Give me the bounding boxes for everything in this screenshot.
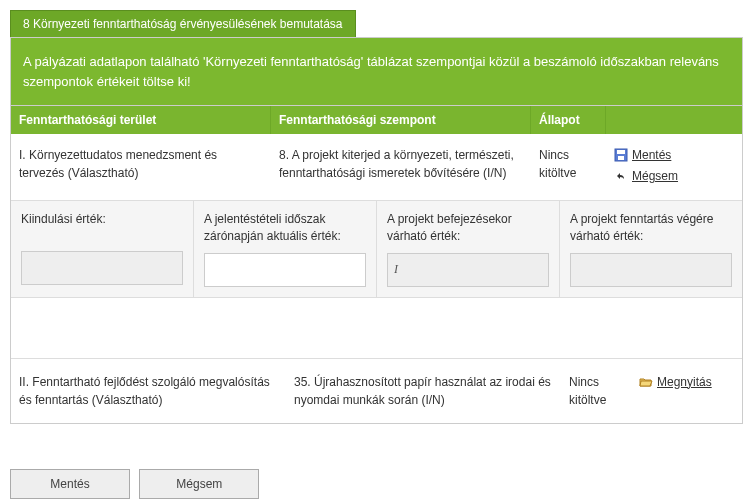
table-row: II. Fenntartható fejlődést szolgáló megv… xyxy=(11,358,742,423)
table-row: I. Környezettudatos menedzsment és terve… xyxy=(11,134,742,200)
folder-open-icon xyxy=(639,375,653,389)
field-current-label: A jelentéstételi időszak zárónapján aktu… xyxy=(204,211,366,245)
row2-area: II. Fenntartható fejlődést szolgáló megv… xyxy=(11,369,286,413)
svg-rect-2 xyxy=(618,156,624,160)
header-status: Állapot xyxy=(531,106,606,134)
row1-aspect: 8. A projekt kiterjed a környezeti, term… xyxy=(271,142,531,192)
row1-actions: Mentés Mégsem xyxy=(606,142,742,192)
field-end-input[interactable] xyxy=(387,253,549,287)
header-area: Fenntarthatósági terület xyxy=(11,106,271,134)
row2-status: Nincs kitöltve xyxy=(561,369,631,413)
row2-actions: Megnyitás xyxy=(631,369,742,413)
field-current-input[interactable] xyxy=(204,253,366,287)
field-initial: Kiindulási érték: xyxy=(11,201,194,297)
svg-rect-1 xyxy=(617,150,625,154)
row1-status: Nincs kitöltve xyxy=(531,142,606,192)
field-initial-label: Kiindulási érték: xyxy=(21,211,183,243)
save-icon xyxy=(614,148,628,162)
field-maintain: A projekt fenntartás végére várható érté… xyxy=(560,201,742,297)
row2-aspect: 35. Újrahasznosított papír használat az … xyxy=(286,369,561,413)
row-cancel-link[interactable]: Mégsem xyxy=(632,167,678,185)
edit-fields: Kiindulási érték: A jelentéstételi idősz… xyxy=(11,200,742,298)
undo-icon xyxy=(614,169,628,183)
button-bar: Mentés Mégsem xyxy=(10,469,743,499)
row-save-link[interactable]: Mentés xyxy=(632,146,671,164)
header-aspect: Fenntarthatósági szempont xyxy=(271,106,531,134)
instruction-banner: A pályázati adatlapon található 'Környez… xyxy=(11,38,742,106)
field-end: A projekt befejezésekor várható érték: xyxy=(377,201,560,297)
row1-area: I. Környezettudatos menedzsment és terve… xyxy=(11,142,271,192)
spacer xyxy=(11,298,742,358)
field-initial-input[interactable] xyxy=(21,251,183,285)
row-open-link[interactable]: Megnyitás xyxy=(657,373,712,391)
field-end-label: A projekt befejezésekor várható érték: xyxy=(387,211,549,245)
tab-header: 8 Környezeti fenntarthatóság érvényesülé… xyxy=(10,10,743,37)
section-tab[interactable]: 8 Környezeti fenntarthatóság érvényesülé… xyxy=(10,10,356,37)
field-maintain-input[interactable] xyxy=(570,253,732,287)
save-button[interactable]: Mentés xyxy=(10,469,130,499)
table-header: Fenntarthatósági terület Fenntarthatóság… xyxy=(11,106,742,134)
header-actions xyxy=(606,106,742,134)
main-panel: A pályázati adatlapon található 'Környez… xyxy=(10,37,743,424)
field-maintain-label: A projekt fenntartás végére várható érté… xyxy=(570,211,732,245)
field-current: A jelentéstételi időszak zárónapján aktu… xyxy=(194,201,377,297)
cancel-button[interactable]: Mégsem xyxy=(139,469,259,499)
